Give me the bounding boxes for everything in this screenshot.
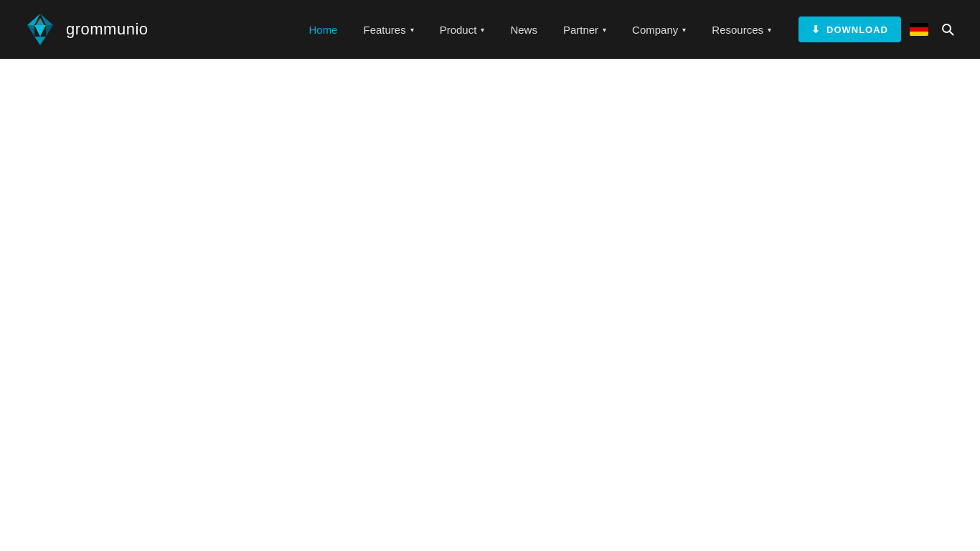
nav-item-company[interactable]: Company ▾: [619, 0, 699, 59]
main-nav: Home Features ▾ Product ▾ News Partner ▾…: [296, 0, 784, 59]
svg-marker-2: [27, 25, 34, 37]
partner-chevron-icon: ▾: [603, 26, 606, 34]
logo-link[interactable]: grommunio: [22, 11, 149, 48]
search-icon: [941, 23, 954, 36]
main-content: [0, 59, 980, 551]
svg-marker-3: [34, 25, 46, 37]
svg-marker-4: [46, 25, 53, 37]
product-chevron-icon: ▾: [481, 26, 484, 34]
site-header: grommunio Home Features ▾ Product ▾ News…: [0, 0, 980, 59]
language-flag-de[interactable]: [910, 23, 928, 36]
search-button[interactable]: [937, 20, 958, 39]
download-icon: ⬇: [811, 24, 821, 35]
nav-item-news[interactable]: News: [497, 0, 550, 59]
nav-item-features[interactable]: Features ▾: [350, 0, 426, 59]
svg-line-8: [950, 32, 953, 35]
features-chevron-icon: ▾: [410, 26, 414, 34]
logo-text: grommunio: [66, 20, 149, 39]
download-button[interactable]: ⬇ DOWNLOAD: [798, 17, 901, 42]
svg-marker-5: [34, 37, 46, 45]
nav-item-product[interactable]: Product ▾: [427, 0, 498, 59]
logo-icon: [22, 11, 59, 48]
nav-item-partner[interactable]: Partner ▾: [550, 0, 619, 59]
nav-item-resources[interactable]: Resources ▾: [699, 0, 784, 59]
company-chevron-icon: ▾: [682, 26, 686, 34]
resources-chevron-icon: ▾: [768, 26, 771, 34]
flag-stripe-gold: [910, 32, 928, 36]
nav-right-actions: ⬇ DOWNLOAD: [798, 17, 958, 42]
nav-item-home[interactable]: Home: [296, 0, 350, 59]
